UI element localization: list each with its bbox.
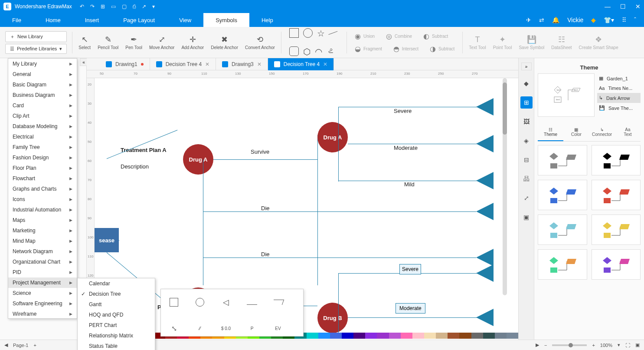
color-swatch[interactable] xyxy=(495,333,507,339)
menu-symbols[interactable]: Symbols xyxy=(203,13,249,27)
color-swatch[interactable] xyxy=(448,333,459,339)
color-swatch[interactable] xyxy=(389,333,401,339)
moderate-b-box[interactable]: Moderate xyxy=(396,303,425,314)
lib-organizational-chart[interactable]: Organizational Chart▶ xyxy=(8,257,77,267)
color-swatch[interactable] xyxy=(401,333,412,339)
sub-decision-tree[interactable]: Decision Tree xyxy=(78,289,155,299)
drug-a-node[interactable]: Drug A xyxy=(183,144,213,175)
color-swatch[interactable] xyxy=(365,333,377,339)
star-shape[interactable]: ☆ xyxy=(317,28,325,39)
redo-icon[interactable]: ↷ xyxy=(90,3,95,10)
sub-hoq-and-qfd[interactable]: HOQ and QFD xyxy=(78,310,155,320)
add-page-button[interactable]: + xyxy=(33,343,36,348)
lib-fashion-design[interactable]: Fashion Design▶ xyxy=(8,152,77,163)
predefine-libraries-button[interactable]: ☰Predefine Libraries▾ xyxy=(5,44,67,54)
palette-shape-5[interactable]: ⤡ xyxy=(165,320,183,337)
lib-electrical[interactable]: Electrical▶ xyxy=(8,132,77,142)
subtab-color[interactable]: ▦Color xyxy=(563,124,589,141)
theme-card-3[interactable] xyxy=(592,180,641,210)
subtab-connector[interactable]: ↳Connector xyxy=(589,124,615,141)
apps-icon[interactable]: ⠿ xyxy=(622,17,626,23)
move-anchor-tool[interactable]: ⤢Move Anchor xyxy=(147,30,177,56)
fill-tab-icon[interactable]: ◆ xyxy=(520,77,533,89)
tri-moderate[interactable] xyxy=(476,135,494,152)
menu-help[interactable]: Help xyxy=(249,13,285,27)
color-swatch[interactable] xyxy=(307,333,318,339)
menu-home[interactable]: Home xyxy=(33,13,73,27)
subtab-text[interactable]: AaText xyxy=(615,124,641,141)
tab-drawing3[interactable]: Drawing3✕ xyxy=(216,58,268,70)
menu-file[interactable]: File xyxy=(0,13,33,27)
theme-card-1[interactable] xyxy=(592,145,641,175)
zoom-out-icon[interactable]: − xyxy=(544,343,547,348)
arc-shape[interactable]: ◠ xyxy=(315,46,322,57)
lib-general[interactable]: General▶ xyxy=(8,69,77,79)
layers-tab-icon[interactable]: ◈ xyxy=(520,135,533,147)
color-swatch[interactable] xyxy=(342,333,353,339)
color-swatch[interactable] xyxy=(424,333,436,339)
collapse-right-icon[interactable]: » xyxy=(521,63,532,70)
fit-icon[interactable]: ▣ xyxy=(635,342,640,348)
color-swatch[interactable] xyxy=(436,333,448,339)
color-swatch[interactable] xyxy=(377,333,389,339)
sub-status-table[interactable]: Status Table xyxy=(78,341,155,350)
new-library-button[interactable]: ＋New Library xyxy=(5,31,67,42)
delete-anchor-tool[interactable]: ✖Delete Anchor xyxy=(208,30,241,56)
lib-clip-art[interactable]: Clip Art▶ xyxy=(8,111,77,121)
lib-basic-diagram[interactable]: Basic Diagram▶ xyxy=(8,79,77,90)
close-tab-icon[interactable]: ✕ xyxy=(205,61,209,67)
menu-insert[interactable]: Insert xyxy=(73,13,111,27)
tab-drawing1[interactable]: Drawing1 xyxy=(100,58,150,70)
theme-card-7[interactable] xyxy=(592,249,641,280)
lib-science[interactable]: Science▶ xyxy=(8,288,77,298)
palette-shape-11[interactable]: Payoff xyxy=(191,346,209,350)
tab-decision-tree-4[interactable]: Decision Tree 4✕ xyxy=(268,58,334,70)
line-shape[interactable] xyxy=(328,31,339,40)
pencil-tool[interactable]: ✎Pencil Tool xyxy=(95,30,121,56)
theme-card-4[interactable] xyxy=(538,215,587,245)
theme-garden[interactable]: ▦Garden_1 xyxy=(597,73,641,83)
close-icon[interactable]: ✕ xyxy=(635,3,641,10)
spiral-shape[interactable]: ೭ xyxy=(327,46,335,57)
lib-network-diagram[interactable]: Network Diagram▶ xyxy=(8,246,77,257)
palette-shape-0[interactable] xyxy=(165,294,183,311)
tri-mild[interactable] xyxy=(476,172,494,189)
expand-tab-icon[interactable]: ⤢ xyxy=(520,192,533,204)
lib-industrial-automation[interactable]: Industrial Automation▶ xyxy=(8,205,77,215)
palette-shape-4[interactable] xyxy=(269,294,287,311)
save-icon[interactable]: ▢ xyxy=(122,3,127,10)
rect-shape[interactable] xyxy=(289,28,299,38)
theme-tab-icon[interactable]: ⊞ xyxy=(520,96,533,109)
tri-die-b[interactable] xyxy=(476,249,494,266)
add-anchor-tool[interactable]: ✛Add Anchor xyxy=(179,30,206,56)
lib-software-engineering[interactable]: Software Engineering▶ xyxy=(8,298,77,309)
maximize-icon[interactable]: ☐ xyxy=(620,3,626,10)
color-swatch[interactable] xyxy=(353,333,365,339)
prev-page-icon[interactable]: ◀ xyxy=(4,342,8,348)
lib-business-diagram[interactable]: Business Diagram▶ xyxy=(8,90,77,100)
oval-shape[interactable] xyxy=(303,28,313,38)
image-tab-icon[interactable]: 🖼 xyxy=(520,116,533,128)
sub-calendar[interactable]: Calendar xyxy=(78,278,155,289)
sub-relationship-matrix[interactable]: Relationship Matrix xyxy=(78,330,155,341)
lib-my-library[interactable]: My Library▶ xyxy=(8,59,77,69)
chevron-down-icon[interactable]: ▾ xyxy=(618,342,620,348)
drug-b2-node[interactable]: Drug B xyxy=(317,303,348,333)
lib-pid[interactable]: PID▶ xyxy=(8,267,77,277)
lib-flowchart[interactable]: Flowchart▶ xyxy=(8,173,77,184)
close-tab-icon[interactable]: ✕ xyxy=(323,61,327,67)
tri-severe-b[interactable] xyxy=(476,264,494,282)
roundrect-shape[interactable] xyxy=(289,46,299,56)
play-icon[interactable]: ▶ xyxy=(536,342,539,348)
lib-maps[interactable]: Maps▶ xyxy=(8,215,77,225)
color-swatch[interactable] xyxy=(412,333,424,339)
lib-icons[interactable]: Icons▶ xyxy=(8,194,77,205)
drug-a2-node[interactable]: Drug A xyxy=(317,122,348,152)
palette-shape-6[interactable]: ⁄⁄ xyxy=(191,320,209,337)
lib-card[interactable]: Card▶ xyxy=(8,100,77,111)
color-swatch[interactable] xyxy=(471,333,483,339)
palette-shape-10[interactable] xyxy=(165,346,183,350)
menu-view[interactable]: View xyxy=(167,13,203,27)
severe-b-box[interactable]: Severe xyxy=(399,264,421,274)
color-swatch[interactable] xyxy=(483,333,495,339)
